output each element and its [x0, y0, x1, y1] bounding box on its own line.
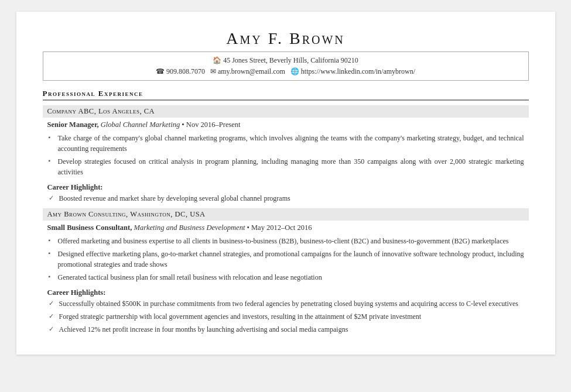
check-list-2: Successfully obtained $500K in purchase … [43, 298, 529, 335]
bullet-item: Develop strategies focused on critical a… [47, 156, 524, 177]
email-icon: ✉ [210, 67, 216, 75]
professional-experience-section: Professional Experience Company ABC, Los… [43, 89, 529, 335]
check-item: Achieved 12% net profit increase in four… [47, 324, 524, 335]
bullet-list-2: Offered marketing and business expertise… [43, 236, 529, 283]
candidate-name: Amy F. Brown [43, 29, 529, 48]
job-title-italic-2: Marketing and Business Development [134, 223, 245, 232]
bullet-item: Generated tactical business plan for sma… [47, 272, 524, 283]
job-date-2: • May 2012–Oct 2016 [247, 223, 312, 232]
job-title-bold-2: Small Business Consultant, [47, 223, 132, 232]
check-item: Forged strategic partnership with local … [47, 311, 524, 322]
job-date-1: • Nov 2016–Present [182, 121, 240, 129]
bullet-item: Offered marketing and business expertise… [47, 236, 524, 246]
check-item: Successfully obtained $500K in purchase … [47, 298, 524, 309]
career-highlight-title-2: Career Highlights: [43, 286, 529, 298]
job-title-bold-1: Senior Manager, [47, 121, 99, 129]
resume-header: Amy F. Brown 🏠 45 Jones Street, Beverly … [43, 29, 529, 81]
check-list-1: Boosted revenue and market share by deve… [43, 193, 529, 204]
bullet-list-1: Take charge of the company's global chan… [43, 133, 529, 177]
web-icon: 🌐 [290, 67, 299, 75]
bullet-item: Designed effective marketing plans, go-t… [47, 249, 524, 270]
website-text: https://www.linkedin.com/in/amybrown/ [301, 67, 415, 75]
section-title-experience: Professional Experience [43, 89, 529, 101]
job-title-italic-1: Global Channel Marketing [101, 121, 180, 129]
address-icon: 🏠 [213, 56, 221, 64]
phone-text: 909.808.7070 [166, 67, 205, 75]
career-highlight-title-1: Career Highlight: [43, 181, 529, 193]
email-text: amy.brown@email.com [218, 67, 285, 75]
bullet-item: Take charge of the company's global chan… [47, 133, 524, 154]
contact-line-2: ☎ 909.808.7070 ✉ amy.brown@email.com 🌐 h… [49, 66, 522, 77]
check-item: Boosted revenue and market share by deve… [47, 193, 524, 204]
job-title-row-2: Small Business Consultant, Marketing and… [43, 222, 529, 233]
company-row-2: Amy Brown Consulting, Washington, DC, US… [43, 208, 529, 221]
company-row-1: Company ABC, Los Angeles, CA [43, 105, 529, 118]
contact-box: 🏠 45 Jones Street, Beverly Hills, Califo… [43, 51, 529, 81]
resume-page: Amy F. Brown 🏠 45 Jones Street, Beverly … [16, 12, 555, 355]
phone-icon: ☎ [156, 67, 165, 75]
job-title-row-1: Senior Manager, Global Channel Marketing… [43, 119, 529, 130]
address-text: 45 Jones Street, Beverly Hills, Californ… [223, 56, 358, 64]
address-line: 🏠 45 Jones Street, Beverly Hills, Califo… [49, 55, 522, 66]
